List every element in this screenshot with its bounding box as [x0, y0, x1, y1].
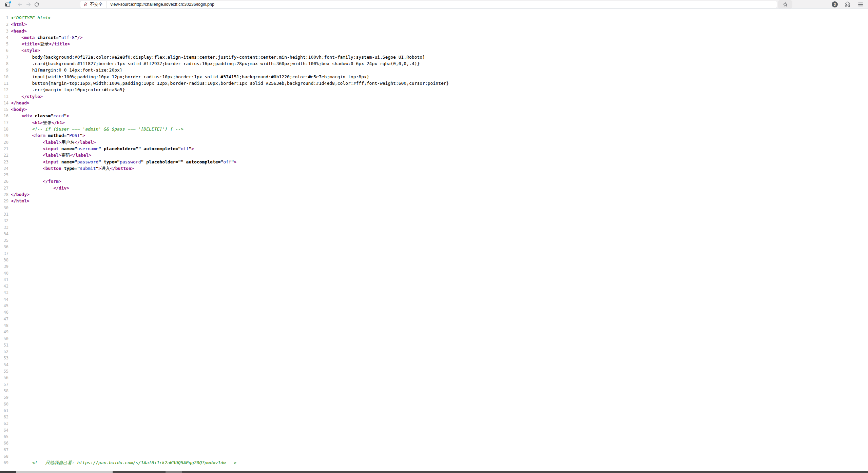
- source-line: 10 input{width:100%;padding:10px 12px;bo…: [0, 74, 868, 80]
- code-token: utf-8: [61, 35, 75, 40]
- line-number: 63: [0, 420, 8, 427]
- code-token: 进入: [101, 166, 110, 171]
- line-number: 56: [0, 375, 8, 381]
- source-line: 46: [0, 309, 868, 315]
- extensions-button[interactable]: [844, 1, 851, 8]
- code-token: name=": [59, 146, 77, 151]
- line-number: 21: [0, 146, 8, 152]
- line-number: 22: [0, 152, 8, 159]
- code-token: <input: [43, 146, 59, 151]
- hamburger-menu-icon: [858, 2, 863, 7]
- code-token: POST: [69, 133, 80, 138]
- line-number: 44: [0, 296, 8, 303]
- code-token: " type=": [98, 159, 120, 164]
- code-token: <body>: [11, 107, 27, 112]
- address-bar[interactable]: 不安全 view-source:http://challenge.ilovect…: [80, 1, 777, 8]
- source-line: 16 <div class="card">: [0, 113, 868, 119]
- source-line: 44: [0, 296, 868, 302]
- code-token: </button>: [110, 166, 134, 171]
- source-line: 63: [0, 420, 868, 427]
- line-number: 15: [0, 106, 8, 113]
- code-token: method=": [45, 133, 69, 138]
- line-number: 27: [0, 185, 8, 192]
- line-number: 47: [0, 316, 8, 322]
- taskbar-segment: [113, 471, 166, 473]
- code-token: " placeholder="" autocomplete=": [141, 159, 224, 164]
- source-line: 9 h1{margin:0 0 14px;font-size:20px}: [0, 67, 868, 73]
- source-line: 4 <meta charset="utf-8"/>: [0, 34, 868, 41]
- line-number: 5: [0, 41, 8, 47]
- forward-button[interactable]: [25, 1, 32, 8]
- sidebar-toggle-button[interactable]: [4, 1, 12, 8]
- source-line: 21 <input name="username" placeholder=""…: [0, 145, 868, 152]
- source-line: 56: [0, 374, 868, 381]
- source-line: 17 <h1>登录</h1>: [0, 119, 868, 126]
- source-line: 51: [0, 342, 868, 348]
- source-line: 38: [0, 257, 868, 263]
- source-line: 49: [0, 329, 868, 335]
- source-line: 28</body>: [0, 191, 868, 198]
- line-number: 25: [0, 172, 8, 178]
- line-number: 48: [0, 322, 8, 329]
- code-token: <title>: [21, 41, 40, 46]
- code-token: .err{margin-top:10px;color:#fca5a5}: [32, 87, 125, 92]
- source-line: 64: [0, 427, 868, 433]
- code-token: username: [77, 146, 99, 151]
- source-line: 62: [0, 414, 868, 420]
- source-line: 47: [0, 316, 868, 322]
- back-button[interactable]: [16, 1, 24, 8]
- extension-badge[interactable]: 3: [832, 1, 838, 7]
- line-number: 14: [0, 100, 8, 106]
- source-line: 22 <label>密码</label>: [0, 152, 868, 158]
- source-line: 42: [0, 283, 868, 289]
- code-token: </title>: [49, 41, 70, 46]
- line-number: 16: [0, 113, 8, 119]
- code-token: ": [75, 35, 77, 40]
- line-number: 12: [0, 87, 8, 93]
- code-token: 登录: [40, 41, 49, 46]
- source-line: 57: [0, 381, 868, 388]
- source-line: 29</html>: [0, 198, 868, 204]
- code-token: charset=": [35, 35, 61, 40]
- code-token: button{margin-top:16px;width:100%;paddin…: [32, 81, 449, 86]
- reload-button[interactable]: [33, 1, 40, 8]
- line-number: 3: [0, 28, 8, 35]
- line-number: 69: [0, 460, 8, 466]
- line-number: 66: [0, 440, 8, 447]
- line-number: 42: [0, 283, 8, 290]
- menu-button[interactable]: [857, 1, 864, 8]
- code-token: >: [191, 146, 194, 151]
- code-token: <label>: [43, 140, 61, 145]
- line-number: 2: [0, 21, 8, 28]
- line-number: 49: [0, 329, 8, 335]
- line-number: 34: [0, 231, 8, 237]
- code-token: h1{margin:0 0 14px;font-size:20px}: [32, 67, 122, 73]
- code-token: password: [120, 159, 141, 164]
- line-number: 57: [0, 381, 8, 388]
- browser-toolbar: 不安全 view-source:http://challenge.ilovect…: [0, 0, 868, 9]
- line-number: 65: [0, 434, 8, 440]
- code-token: .card{background:#111827;border:1px soli…: [32, 61, 420, 66]
- code-token: >: [66, 113, 69, 118]
- security-chip[interactable]: 不安全: [80, 1, 107, 8]
- taskbar-edge: [0, 471, 868, 473]
- code-token: card: [53, 113, 64, 118]
- source-line: 8 .card{background:#111827;border:1px so…: [0, 60, 868, 67]
- line-number: 26: [0, 178, 8, 185]
- source-line: 31: [0, 211, 868, 217]
- url-text[interactable]: view-source:http://challenge.ilovectf.cn…: [111, 2, 214, 7]
- line-number: 45: [0, 303, 8, 309]
- source-line: 12 .err{margin-top:10px;color:#fca5a5}: [0, 86, 868, 93]
- source-line: 33: [0, 224, 868, 231]
- line-number: 52: [0, 349, 8, 355]
- back-arrow-icon: [17, 2, 23, 7]
- source-line: 34: [0, 231, 868, 237]
- source-line: 69 <!-- 只给我自己看: https://pan.baidu.com/s/…: [0, 459, 868, 466]
- line-number: 37: [0, 251, 8, 257]
- line-number: 53: [0, 355, 8, 361]
- line-number: 61: [0, 408, 8, 414]
- code-token: off: [181, 146, 189, 151]
- source-line: 53: [0, 355, 868, 361]
- source-line: 68: [0, 453, 868, 459]
- bookmark-button[interactable]: [778, 0, 792, 8]
